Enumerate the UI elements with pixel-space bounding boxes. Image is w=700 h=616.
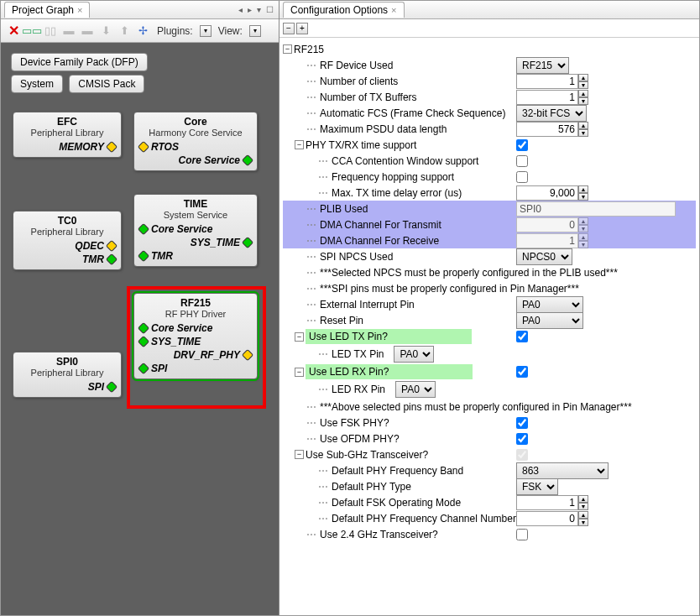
- ext-int-select[interactable]: PA0: [516, 296, 583, 313]
- def-fskmode-input[interactable]: [516, 495, 578, 510]
- port[interactable]: [106, 253, 118, 265]
- node-title: TIME: [139, 198, 252, 210]
- port[interactable]: [138, 336, 149, 347]
- port[interactable]: [138, 223, 149, 235]
- down-icon[interactable]: ⬇: [98, 23, 113, 39]
- node-core[interactable]: Core Harmony Core Service RTOS Core Serv…: [133, 112, 258, 171]
- num-txbuf-input[interactable]: [516, 90, 578, 105]
- group-button[interactable]: ▭▭: [24, 23, 39, 39]
- collapse-all-button[interactable]: −: [283, 23, 295, 34]
- chip-dfp[interactable]: Device Family Pack (DFP): [11, 53, 148, 71]
- plib-used-value: SPI0: [516, 201, 676, 217]
- tab-label: Configuration Options: [290, 4, 388, 16]
- up-icon[interactable]: ⬆: [117, 23, 132, 39]
- node-tc0[interactable]: TC0 Peripheral Library QDEC TMR: [13, 211, 122, 270]
- freqhop-label: Frequency hopping support: [332, 171, 461, 183]
- toggle-icon[interactable]: −: [295, 450, 304, 459]
- spinner: ▲▼: [578, 233, 588, 248]
- chip-system[interactable]: System: [11, 75, 63, 93]
- use-ofdm-checkbox[interactable]: [516, 433, 528, 445]
- port[interactable]: [242, 237, 253, 248]
- chip-cmsis[interactable]: CMSIS Pack: [69, 75, 144, 93]
- num-txbuf-label: Number of TX Buffers: [320, 91, 424, 103]
- npcs-select[interactable]: NPCS0: [516, 248, 572, 265]
- toggle-icon[interactable]: −: [295, 368, 304, 377]
- node-subtitle: Peripheral Library: [18, 227, 116, 237]
- max-psdu-input[interactable]: [516, 122, 578, 137]
- node-title: Core: [139, 116, 252, 128]
- close-icon[interactable]: ×: [77, 5, 82, 15]
- def-fskmode-label: Default FSK Operating Mode: [332, 497, 468, 509]
- port[interactable]: [138, 141, 149, 153]
- spinner[interactable]: ▲▼: [578, 74, 588, 89]
- port[interactable]: [106, 381, 118, 393]
- delete-button[interactable]: ✕: [6, 23, 21, 39]
- node-time[interactable]: TIME System Service Core Service SYS_TIM…: [133, 194, 258, 267]
- port[interactable]: [106, 240, 118, 252]
- reset-pin-select[interactable]: PA0: [516, 312, 583, 329]
- port[interactable]: [138, 322, 149, 334]
- tab-next-icon[interactable]: ▸: [246, 5, 253, 14]
- cca-checkbox[interactable]: [516, 155, 528, 167]
- port[interactable]: [106, 141, 118, 153]
- port-label: SPI: [151, 363, 252, 374]
- rf-device-select[interactable]: RF215: [516, 57, 569, 74]
- spinner[interactable]: ▲▼: [578, 511, 588, 526]
- use-subghz-checkbox: [516, 449, 528, 461]
- use-fsk-label: Use FSK PHY?: [320, 417, 396, 429]
- project-graph-panel: Project Graph × ◂ ▸ ▾ ☐ ✕ ▭▭ ▯▯ ▬ ▬ ⬇ ⬆ …: [1, 1, 279, 615]
- max-txdelay-input[interactable]: [516, 185, 578, 201]
- rf-device-label: RF Device Used: [320, 60, 400, 71]
- graph-canvas[interactable]: Device Family Pack (DFP) System CMSIS Pa…: [1, 43, 279, 615]
- note-npcs: ***Selected NPCS must be properly config…: [320, 267, 624, 279]
- freqhop-checkbox[interactable]: [516, 171, 528, 183]
- node-subtitle: Peripheral Library: [18, 128, 116, 138]
- phy-support-checkbox[interactable]: [516, 139, 528, 151]
- dma-tx-value: 0: [516, 217, 578, 232]
- tb-btn-2[interactable]: ▬: [80, 23, 95, 39]
- note-pins: ***Above selected pins must be properly …: [320, 401, 639, 413]
- expand-all-button[interactable]: +: [296, 23, 308, 34]
- use-led-rx-checkbox[interactable]: [516, 366, 528, 378]
- tab-menu-icon[interactable]: ▾: [255, 5, 263, 14]
- port[interactable]: [242, 349, 253, 361]
- port[interactable]: [138, 363, 149, 374]
- auto-fcs-select[interactable]: 32-bit FCS: [516, 105, 587, 122]
- use-24ghz-checkbox[interactable]: [516, 529, 528, 540]
- use-fsk-checkbox[interactable]: [516, 417, 528, 429]
- toggle-icon[interactable]: −: [295, 140, 304, 149]
- tab-prev-icon[interactable]: ◂: [237, 5, 244, 14]
- spinner[interactable]: ▲▼: [578, 185, 588, 201]
- spinner[interactable]: ▲▼: [578, 90, 588, 105]
- npcs-label: SPI NPCS Used: [320, 251, 400, 263]
- def-type-select[interactable]: FSK: [516, 478, 558, 495]
- use-led-tx-label: Use LED TX Pin?: [306, 329, 472, 344]
- def-band-label: Default PHY Frequency Band: [332, 465, 470, 477]
- tab-config-options[interactable]: Configuration Options ×: [283, 2, 405, 18]
- def-chan-input[interactable]: [516, 511, 578, 526]
- node-rf215[interactable]: RF215 RF PHY Driver Core Service SYS_TIM…: [133, 293, 258, 379]
- tb-btn-1[interactable]: ▬: [61, 23, 76, 39]
- led-tx-pin-select[interactable]: PA0: [394, 346, 434, 363]
- led-rx-pin-select[interactable]: PA0: [395, 381, 436, 398]
- tab-max-icon[interactable]: ☐: [264, 5, 275, 14]
- port[interactable]: [242, 154, 253, 166]
- view-dropdown[interactable]: ▾: [249, 25, 261, 37]
- close-icon[interactable]: ×: [391, 5, 396, 15]
- plugins-dropdown[interactable]: ▾: [200, 25, 212, 37]
- use-led-tx-checkbox[interactable]: [516, 331, 528, 342]
- spinner[interactable]: ▲▼: [578, 122, 588, 137]
- spinner[interactable]: ▲▼: [578, 495, 588, 510]
- toggle-icon[interactable]: −: [295, 332, 304, 342]
- port[interactable]: [138, 250, 149, 262]
- node-spi0[interactable]: SPI0 Peripheral Library SPI: [13, 352, 122, 398]
- node-efc[interactable]: EFC Peripheral Library MEMORY: [13, 112, 122, 158]
- toggle-icon[interactable]: −: [283, 44, 292, 54]
- plugin-icon[interactable]: ✢: [135, 23, 150, 39]
- num-clients-input[interactable]: [516, 74, 578, 89]
- num-clients-label: Number of clients: [320, 76, 405, 87]
- graph-toolbar: ✕ ▭▭ ▯▯ ▬ ▬ ⬇ ⬆ ✢ Plugins: ▾ View: ▾: [1, 19, 279, 43]
- def-band-select[interactable]: 863: [516, 462, 609, 479]
- tab-project-graph[interactable]: Project Graph ×: [4, 2, 90, 18]
- ungroup-button[interactable]: ▯▯: [43, 23, 58, 39]
